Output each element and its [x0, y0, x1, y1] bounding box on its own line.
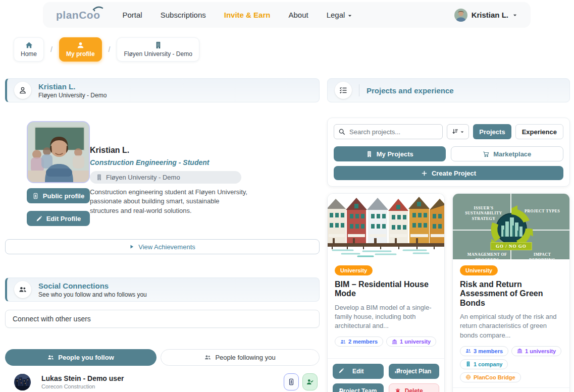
members-tag: 3 members: [460, 346, 508, 356]
delete-project-button[interactable]: Delete: [389, 383, 440, 392]
globe-icon: [465, 374, 471, 380]
bank-icon: [517, 348, 523, 354]
nav-item-legal[interactable]: Legal: [327, 11, 352, 19]
project-image-bryggen: [328, 194, 444, 259]
user-name: Kristian L.: [472, 11, 508, 19]
people-icon: [204, 354, 211, 361]
tab-experience[interactable]: Experience: [515, 124, 563, 139]
divider: [359, 84, 359, 96]
go-no-go-label: GO / NO GO: [490, 242, 532, 250]
social-subtitle: See who you follow and who follows you: [38, 291, 147, 298]
nav-item-about[interactable]: About: [288, 11, 308, 19]
company-tag: 1 company: [460, 359, 508, 369]
projects-controls: Projects Experience My Projects Marketpl…: [327, 118, 570, 187]
navbar: planCoo Portal Subscriptions Invite & Ea…: [43, 2, 531, 28]
project-team-button[interactable]: Project Team: [333, 383, 384, 392]
project-actions: Edit Project Plan Project Team: [453, 387, 569, 392]
profile-name: Kristian L.: [90, 146, 247, 155]
nav-links: Portal Subscriptions Invite & Earn About…: [123, 11, 352, 19]
sort-button[interactable]: [447, 124, 469, 139]
people-icon: [340, 339, 346, 345]
profile-bio: Construction engineering student at Fløy…: [90, 188, 247, 215]
people-icon: [465, 348, 471, 354]
tab-people-you-follow[interactable]: People you follow: [5, 349, 156, 366]
profile-section-header: Kristian L. Fløyen University - Demo: [5, 78, 320, 102]
search-projects: [334, 124, 443, 139]
followed-user-name: Lukas Stein - Demo user: [41, 374, 284, 382]
project-tags: 2 members 1 university: [335, 337, 437, 347]
breadcrumb-separator: /: [109, 45, 111, 53]
following-toggle-button[interactable]: [302, 373, 318, 390]
profile-header-name: Kristian L.: [38, 82, 107, 91]
nav-item-invite-earn[interactable]: Invite & Earn: [224, 11, 271, 19]
project-title: Risk and Return Assessment of Green Bond…: [460, 280, 562, 308]
project-type-badge: University: [460, 265, 498, 275]
members-tag: 2 members: [335, 337, 383, 347]
play-icon: [129, 244, 134, 249]
project-description: Develop a BIM model of a single-family h…: [335, 303, 437, 331]
bank-icon: [392, 339, 397, 345]
create-project-button[interactable]: Create Project: [334, 166, 563, 180]
profile-org-pill: Fløyen University - Demo: [90, 171, 241, 184]
connect-with-users[interactable]: Connect with other users: [5, 310, 320, 328]
project-plan-button[interactable]: Project Plan: [389, 364, 440, 379]
followed-user-org: Corecon Construction: [41, 383, 284, 389]
people-icon: [14, 281, 31, 298]
profile-page: planCoo Portal Subscriptions Invite & Ea…: [0, 0, 574, 392]
id-card-icon: [288, 378, 295, 385]
project-card-green-bonds: Issuer's Sustainability Strategy Project…: [452, 193, 570, 392]
project-title: BIM – Residential House Mode: [335, 280, 437, 299]
project-card-bim: University BIM – Residential House Mode …: [327, 193, 445, 392]
project-actions: Edit Project Plan Project Team Delete: [328, 358, 444, 392]
task-list-icon: [335, 82, 352, 99]
projects-section-header: Projects and experience: [327, 78, 570, 102]
people-icon: [47, 354, 54, 361]
public-profile-button[interactable]: Public profile: [27, 188, 90, 203]
breadcrumb-home[interactable]: Home: [14, 37, 44, 62]
profile-block: Public profile Edit Profile Kristian L. …: [5, 121, 320, 226]
person-gear-icon: [338, 387, 344, 392]
followed-user-avatar: [14, 374, 31, 390]
caret-down-icon: [347, 13, 352, 18]
person-check-icon: [306, 378, 314, 385]
profile-role: Construction Engineering - Student: [90, 158, 247, 166]
nav-item-subscriptions[interactable]: Subscriptions: [161, 11, 206, 19]
breadcrumb-university[interactable]: Fløyen University - Demo: [117, 37, 199, 62]
breadcrumb-my-profile[interactable]: My profile: [59, 37, 102, 62]
logo-swoosh-icon: [92, 6, 103, 12]
followed-user-row: Lukas Stein - Demo user Corecon Construc…: [5, 370, 320, 392]
edit-profile-button[interactable]: Edit Profile: [27, 211, 90, 226]
university-tag: 1 university: [386, 337, 436, 347]
bridge-tag: PlanCoo Bridge: [460, 372, 521, 382]
breadcrumb-separator: /: [50, 45, 53, 53]
tab-projects[interactable]: Projects: [473, 124, 511, 139]
project-description: An empirical study of the risk and retur…: [460, 312, 562, 340]
projects-title: Projects and experience: [367, 86, 454, 95]
profile-header-org: Fløyen University - Demo: [38, 92, 107, 99]
pencil-icon: [36, 215, 42, 222]
user-avatar: [454, 9, 467, 22]
university-tag: 1 university: [511, 346, 561, 356]
building-icon: [154, 41, 162, 49]
view-profile-card-button[interactable]: [284, 373, 299, 390]
breadcrumb: Home / My profile / Fløyen University - …: [14, 37, 199, 62]
person-outline-icon: [14, 82, 31, 99]
my-projects-button[interactable]: My Projects: [334, 146, 446, 161]
user-menu[interactable]: Kristian L.: [454, 9, 517, 22]
person-icon: [77, 41, 84, 49]
search-projects-input[interactable]: [334, 124, 443, 139]
project-cards: University BIM – Residential House Mode …: [327, 193, 570, 392]
projects-column: Projects and experience Projects Experie…: [327, 78, 570, 392]
project-image-green-bonds: Issuer's Sustainability Strategy Project…: [453, 194, 569, 259]
nav-item-portal[interactable]: Portal: [123, 11, 142, 19]
app-logo[interactable]: planCoo: [56, 9, 100, 21]
follow-tabs: People you follow People following you: [5, 349, 320, 366]
social-title: Social Connections: [38, 282, 147, 290]
tab-people-following-you[interactable]: People following you: [161, 349, 320, 366]
plus-icon: [421, 170, 428, 177]
view-achievements-button[interactable]: View Achievements: [5, 239, 320, 254]
edit-project-button[interactable]: Edit: [333, 364, 384, 379]
caret-down-icon: [512, 13, 517, 18]
caret-down-icon: [460, 130, 464, 134]
marketplace-button[interactable]: Marketplace: [451, 146, 564, 161]
